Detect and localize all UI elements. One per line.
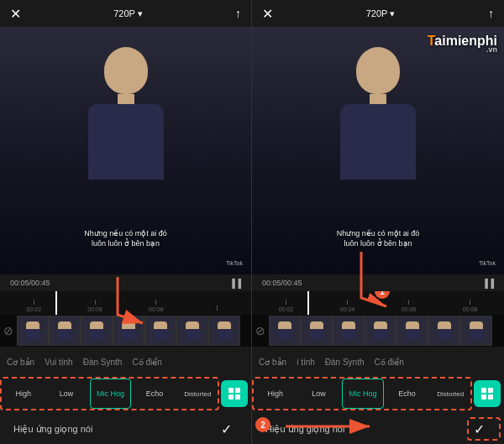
thumb-strip-right: ⊘ [252,315,504,347]
bottom-bar-left: Hiệu ứng giọng nói ✓ [0,414,251,444]
no-audio-icon-right: ⊘ [252,322,269,339]
upload-button-left[interactable]: ↑ [235,7,241,20]
bottom-label-left: Hiệu ứng giọng nói [13,424,92,435]
video-area-left: Nhưng nếu có một ai đó luôn luôn ở bên b… [0,27,251,274]
effect-michog-right[interactable]: Mic Hog [342,379,384,409]
effects-row-right: High Low Mic Hog Echo Distorted [252,373,504,414]
subtitle-left: Nhưng nếu có một ai đó luôn luôn ở bên b… [84,228,167,249]
effect-echo-right[interactable]: Echo [387,379,428,409]
effect-michog-left[interactable]: Mic Hog [90,379,131,409]
left-panel: ✕ 720P ▾ ↑ Nhưng nếu có một ai đó luôn l… [0,0,252,444]
tab-vuitinh-left[interactable]: Vui tính [45,358,73,373]
timeline-right: 00:02 00:04 00:06 00:08 1 [252,291,504,315]
tiktok-logo-right: TikTok [479,260,496,266]
video-thumb-right: Taimienphi .vn Nhưng nếu có một ai đó lu… [252,27,504,274]
tab-coban-left[interactable]: Cơ bản [7,358,34,373]
effect-low-left[interactable]: Low [46,379,86,409]
tab-dansynth-left[interactable]: Đàn Synth [83,358,123,373]
play-indicator-left[interactable]: ▐▐ [229,279,241,288]
effect-low-right[interactable]: Low [299,379,339,409]
watermark-right: Taimienphi .vn [428,34,497,54]
effect-distorted-left[interactable]: Distorted [178,379,218,409]
resolution-button-left[interactable]: 720P ▾ [113,8,143,19]
time-display-left: 00:05/00:45 [10,279,50,287]
play-indicator-right[interactable]: ▐▐ [482,279,494,288]
time-display-right: 00:05/00:45 [262,279,302,287]
close-button-right[interactable]: ✕ [262,6,273,22]
tab-bar-right: Cơ bản i tính Đàn Synth Cố điển [252,347,504,373]
tab-coban-right[interactable]: Cơ bản [259,358,286,373]
video-area-right: Taimienphi .vn Nhưng nếu có một ai đó lu… [252,27,504,274]
no-audio-icon-left: ⊘ [0,322,17,339]
tab-dansynth-right[interactable]: Đàn Synth [325,358,365,373]
confirm-button-right[interactable]: ✓ [467,417,491,441]
effects-row-left: High Low Mic Hog Echo Distorted [0,373,251,414]
effect-distorted-right[interactable]: Distorted [430,379,470,409]
subtitle-right: Nhưng nếu có một ai đó luôn luôn ở bên b… [337,228,420,249]
tab-codien-right[interactable]: Cố điển [375,358,404,373]
grid-menu-left[interactable] [221,380,248,407]
effect-echo-left[interactable]: Echo [134,379,174,409]
top-bar-left: ✕ 720P ▾ ↑ [0,0,251,27]
grid-menu-right[interactable] [474,380,501,407]
thumb-strip-left: ⊘ [0,315,251,347]
close-button-left[interactable]: ✕ [10,6,21,22]
bottom-bar-right: Hiệu ứng giọng nói ✓ 2 [252,414,504,444]
effect-high-right[interactable]: High [255,379,296,409]
time-bar-right: 00:05/00:45 ▐▐ [252,274,504,291]
resolution-button-right[interactable]: 720P ▾ [366,8,396,19]
time-bar-left: 00:05/00:45 ▐▐ [0,274,251,291]
bottom-label-right: Hiệu ứng giọng nói [265,424,344,435]
top-bar-right: ✕ 720P ▾ ↑ [252,0,504,27]
tab-bar-left: Cơ bản Vui tính Đàn Synth Cố điển [0,347,251,373]
tab-vuitinh-right[interactable]: i tính [297,358,315,373]
effect-high-left[interactable]: High [3,379,43,409]
confirm-button-left[interactable]: ✓ [214,417,238,441]
upload-button-right[interactable]: ↑ [488,7,494,20]
tab-codien-left[interactable]: Cố điển [132,358,161,373]
video-thumb-left: Nhưng nếu có một ai đó luôn luôn ở bên b… [0,27,251,274]
timeline-left: 00:02 00:06 00:08 [0,291,251,315]
right-panel: ✕ 720P ▾ ↑ Taimienphi .vn Nhưng nếu có m… [252,0,504,444]
tiktok-logo-left: TikTok [226,260,243,266]
